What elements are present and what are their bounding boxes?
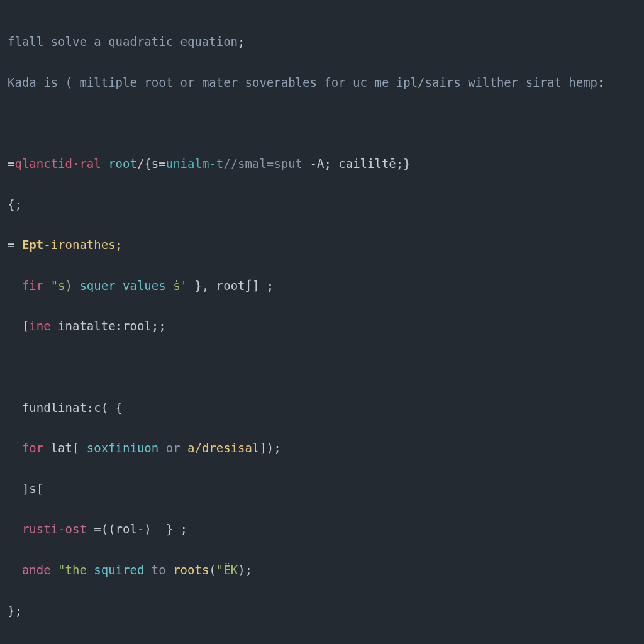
code-line: }; [8,601,636,621]
code-line [8,641,636,644]
code-line: fundlinat:c( { [8,397,636,418]
code-line: Kada is ( miltiple root or mater soverab… [8,72,636,92]
code-line: = Ept-ironathes; [8,235,636,255]
code-line: {; [8,194,636,214]
code-editor[interactable]: flall solve a quadratic equation; Kada i… [0,0,644,644]
code-line: fir "s) squer values ṡ' }, root∫] ; [8,275,636,296]
code-line [8,357,636,377]
code-line: [ine inatalte:rool;; [8,316,636,336]
code-line: flall solve a quadratic equation; [8,31,636,52]
code-line: =qlanctid·ral root/{s=unialm-t//smal=spu… [8,153,636,174]
code-line: ande "the squired to roots("ËK); [8,560,636,580]
code-line: ]s[ [8,479,636,499]
code-line [8,113,636,133]
code-line: rusti-ost =((rol-) } ; [8,519,636,539]
code-line: for lat[ soxfiniuon or a/dresisal]); [8,438,636,458]
